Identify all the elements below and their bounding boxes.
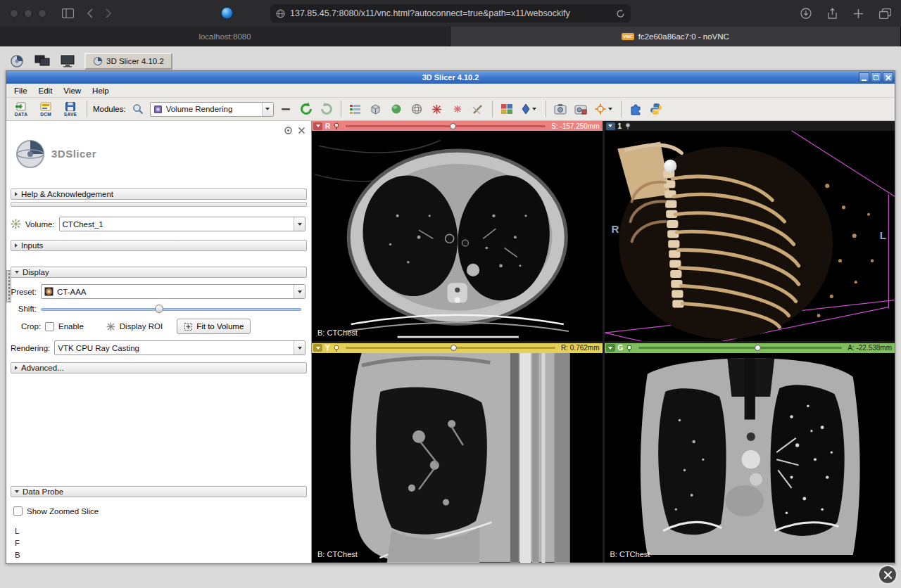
module-selected-value: Volume Rendering [166,105,233,113]
modules-label: Modules: [93,105,126,113]
sparkle-icon[interactable] [429,101,446,117]
load-data-button[interactable]: DATA [11,98,32,120]
menu-help[interactable]: Help [87,85,114,96]
layout-grid-icon[interactable] [498,101,515,117]
sparkle-small-icon[interactable] [449,101,466,117]
display-section-header[interactable]: Display [11,267,307,278]
preset-selector[interactable]: CT-AAA [41,284,305,299]
rendering-selector[interactable]: VTK CPU Ray Casting [54,340,305,355]
save-icon [65,102,75,111]
tab-novnc[interactable]: VNC fc2e60a86ac7:0 - noVNC [450,27,901,46]
vnc-favicon: VNC [622,33,634,40]
module-history-forward-icon[interactable] [318,101,335,117]
back-icon[interactable] [87,8,93,18]
red-view-bar: R S: -157.250mm [312,121,603,131]
reload-icon[interactable] [616,9,625,18]
python-console-icon[interactable] [648,101,664,117]
volume-selector[interactable]: CTChest_1 [59,217,305,231]
red-slice-image[interactable]: B: CTChest [312,131,603,341]
green-sphere-icon[interactable] [388,101,405,117]
downloads-icon[interactable] [800,8,812,19]
red-view-pin-icon[interactable] [333,122,340,129]
crop-enable-checkbox[interactable] [45,322,54,331]
green-slice-slider-handle[interactable] [755,345,761,351]
green-slice-slider[interactable] [638,345,842,352]
green-view-pin-icon[interactable] [626,345,633,352]
data-probe-section-header[interactable]: Data Probe [11,486,307,497]
scene-capture-icon[interactable] [572,101,589,117]
show-zoomed-slice-checkbox[interactable] [13,506,23,516]
taskbar-slicer-icon[interactable] [8,53,25,69]
red-slice-slider[interactable] [346,122,546,129]
inputs-section-header[interactable]: Inputs [11,240,307,251]
threed-view-menu-icon[interactable] [606,122,615,130]
address-bar[interactable]: 137.85.45.7:8080/x11/vnc.html?autoconnec… [270,4,631,23]
dicom-icon [39,102,52,111]
yellow-view-menu-icon[interactable] [313,344,322,352]
mesh-sphere-icon[interactable] [408,101,425,117]
yellow-slice-slider-handle[interactable] [450,345,457,351]
taskbar-displays-icon[interactable] [34,53,51,69]
red-slice-slider-handle[interactable] [450,123,456,129]
slicer-titlebar[interactable]: 3D Slicer 4.10.2 [6,71,895,84]
share-icon[interactable] [827,8,838,20]
module-selector[interactable]: Volume Rendering [150,102,274,117]
novnc-panel-toggle-button[interactable] [878,565,897,584]
save-button[interactable]: SAVE [60,98,81,120]
forward-icon[interactable] [106,8,112,18]
close-window-icon[interactable] [10,9,18,18]
slicer-window: 3D Slicer 4.10.2 File Edit View Help DAT… [6,70,895,564]
mouse-interaction-icon[interactable] [519,101,540,117]
zoom-window-icon[interactable] [38,9,46,18]
help-section-header[interactable]: Help & Acknowledgement [11,188,307,200]
taskbar-screen-icon[interactable] [59,53,76,69]
module-options-icon[interactable] [277,101,294,117]
red-view-menu-icon[interactable] [313,122,322,130]
slicer-logo-icon [93,56,103,66]
crosshair-icon[interactable] [593,101,615,117]
browser-titlebar[interactable]: 137.85.45.7:8080/x11/vnc.html?autoconnec… [0,0,901,27]
module-search-icon[interactable] [130,101,146,117]
yellow-view-pin-icon[interactable] [333,345,340,352]
minimize-button[interactable] [859,72,869,82]
pencil-slash-icon[interactable] [470,101,486,117]
extensions-icon[interactable] [627,101,644,117]
maximize-button[interactable] [871,72,881,82]
close-button[interactable] [883,72,893,82]
yellow-slice-slider[interactable] [346,345,555,352]
menu-file[interactable]: File [9,85,32,96]
menu-edit[interactable]: Edit [34,85,58,96]
load-dicom-button[interactable]: DCM [35,98,56,120]
scene-views-icon[interactable] [347,101,364,117]
sidebar-toggle-icon[interactable] [62,8,74,18]
threed-render-image[interactable]: R L [605,131,895,341]
screenshot-icon[interactable] [552,101,569,117]
tab-label: fc2e60a86ac7:0 - noVNC [638,32,729,41]
slicer-logo: 3DSlicer [12,135,311,172]
menu-view[interactable]: View [58,85,86,96]
tab-overview-icon[interactable] [879,8,891,19]
red-view-label: R [325,122,330,130]
advanced-section-header[interactable]: Advanced... [11,362,307,373]
panel-close-icon[interactable] [298,127,305,134]
fit-to-volume-button[interactable]: Fit to Volume [177,319,251,334]
new-tab-icon[interactable] [853,8,864,19]
tab-localhost[interactable]: localhost:8080 [0,27,450,46]
panel-splitter-handle[interactable] [6,270,11,302]
display-roi-label[interactable]: Display ROI [120,322,163,331]
green-view-menu-icon[interactable] [606,344,615,352]
taskbar-app-button[interactable]: 3D Slicer 4.10.2 [84,53,172,70]
cube-icon[interactable] [367,101,384,117]
panel-float-icon[interactable] [284,127,292,134]
minimize-window-icon[interactable] [24,9,32,18]
threed-view-pin-icon[interactable] [624,122,631,129]
module-history-back-icon[interactable] [298,101,315,117]
volume-icon [11,219,21,229]
rendering-label: Rendering: [11,344,50,352]
shift-slider[interactable] [41,304,305,314]
close-icon [883,570,893,580]
shift-slider-handle[interactable] [155,305,163,313]
slicer-logo-icon [12,135,49,172]
green-slice-image[interactable]: B: CTChest [605,353,895,563]
yellow-slice-image[interactable]: B: CTChest [312,353,603,563]
